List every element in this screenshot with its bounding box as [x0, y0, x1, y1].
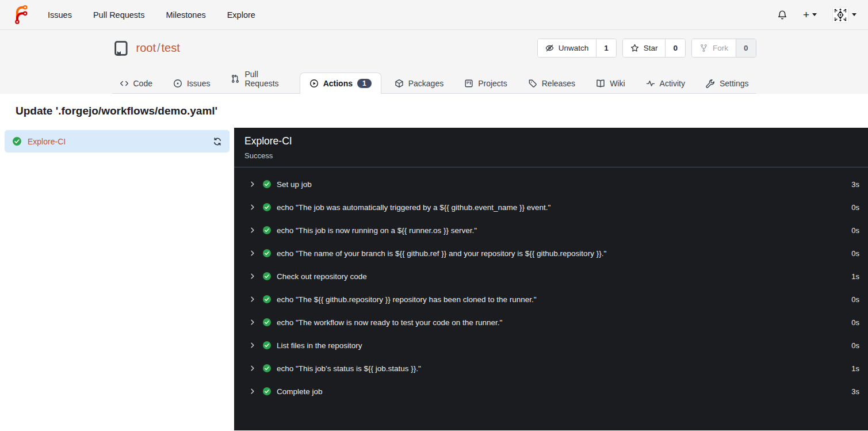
tab-actions[interactable]: Actions 1	[300, 73, 381, 94]
step-duration: 1s	[851, 364, 859, 373]
pulse-icon	[646, 79, 655, 88]
step-row[interactable]: Complete job 3s	[234, 380, 868, 403]
repo-action-buttons: Unwatch 1 Star 0	[537, 39, 756, 58]
step-duration: 1s	[851, 272, 859, 281]
top-navbar: Issues Pull Requests Milestones Explore …	[0, 0, 868, 30]
step-row[interactable]: echo "The ${{ github.repository }} repos…	[234, 288, 868, 311]
avatar	[832, 7, 848, 23]
navbar-links: Issues Pull Requests Milestones Explore	[48, 10, 255, 20]
step-name: echo "The workflow is now ready to test …	[277, 318, 502, 327]
job-item-explore-ci[interactable]: Explore-CI	[5, 130, 230, 152]
tools-icon	[706, 79, 715, 88]
check-circle-icon	[262, 341, 272, 350]
step-row[interactable]: echo "The workflow is now ready to test …	[234, 311, 868, 334]
job-status-text: Success	[244, 151, 858, 160]
star-icon	[630, 44, 639, 52]
tab-projects[interactable]: Projects	[457, 73, 515, 94]
repo-header: root/test Unwatch	[0, 30, 868, 94]
step-row[interactable]: echo "The name of your branch is ${{ git…	[234, 242, 868, 265]
repo-owner-link[interactable]: root	[136, 41, 156, 54]
step-name: echo "The name of your branch is ${{ git…	[277, 249, 606, 258]
code-icon	[120, 79, 129, 88]
tab-label: Wiki	[610, 79, 625, 88]
step-row[interactable]: echo "The job was automatically triggere…	[234, 196, 868, 219]
tab-releases[interactable]: Releases	[521, 73, 583, 94]
step-row[interactable]: Set up job 3s	[234, 173, 868, 196]
step-row[interactable]: echo "This job's status is ${{ job.statu…	[234, 357, 868, 380]
user-menu-button[interactable]	[832, 7, 856, 23]
check-circle-icon	[262, 295, 272, 304]
rerun-job-icon[interactable]	[213, 137, 222, 146]
tab-label: Code	[133, 79, 152, 88]
watch-button-group: Unwatch 1	[537, 39, 617, 58]
nav-link-explore[interactable]: Explore	[227, 10, 255, 20]
star-label: Star	[644, 44, 658, 52]
job-panel-header: Explore-CI Success	[234, 128, 868, 167]
tab-packages[interactable]: Packages	[387, 73, 451, 94]
fork-count: 0	[736, 39, 756, 57]
nav-link-milestones[interactable]: Milestones	[166, 10, 205, 20]
tab-activity[interactable]: Activity	[638, 73, 693, 94]
unwatch-button[interactable]: Unwatch	[538, 39, 596, 57]
step-duration: 0s	[851, 318, 859, 327]
chevron-right-icon	[249, 319, 256, 326]
git-pull-request-icon	[231, 74, 240, 83]
package-icon	[395, 79, 404, 88]
nav-link-pull-requests[interactable]: Pull Requests	[93, 10, 144, 20]
tab-label: Packages	[408, 79, 443, 88]
tag-icon	[528, 79, 537, 88]
book-icon	[596, 79, 605, 88]
panel-job-name: Explore-CI	[244, 135, 858, 147]
steps-list: Set up job 3s echo "The job was automati…	[234, 167, 868, 408]
repo-separator: /	[156, 41, 162, 54]
repo-book-icon	[112, 40, 129, 57]
star-button-group: Star 0	[622, 39, 686, 58]
check-circle-icon	[262, 318, 272, 327]
check-circle-icon	[262, 203, 272, 212]
unwatch-label: Unwatch	[559, 44, 589, 52]
chevron-right-icon	[249, 204, 256, 211]
step-row[interactable]: Check out repository code 1s	[234, 265, 868, 288]
check-circle-icon	[262, 180, 272, 189]
tab-label: Issues	[187, 79, 210, 88]
repo-title: root/test	[112, 40, 180, 57]
bell-icon	[777, 10, 787, 20]
repo-tabbar: Code Issues Pull Request	[112, 67, 756, 94]
caret-down-icon	[852, 13, 856, 16]
job-detail-panel: Explore-CI Success Set up job 3s echo "T…	[234, 128, 868, 430]
run-title: Update '.forgejo/workflows/demo.yaml'	[0, 94, 868, 128]
chevron-right-icon	[249, 227, 256, 234]
notifications-button[interactable]	[777, 10, 787, 20]
watch-count[interactable]: 1	[596, 39, 616, 57]
step-row[interactable]: echo "This job is now running on a ${{ r…	[234, 219, 868, 242]
step-duration: 3s	[851, 387, 859, 396]
tab-settings[interactable]: Settings	[698, 73, 756, 94]
chevron-right-icon	[249, 273, 256, 280]
step-row[interactable]: List files in the repository 0s	[234, 334, 868, 357]
fork-icon	[699, 44, 708, 52]
nav-link-issues[interactable]: Issues	[48, 10, 72, 20]
check-circle-icon	[12, 136, 22, 146]
actions-count-badge: 1	[357, 79, 372, 88]
check-circle-icon	[262, 272, 272, 281]
check-circle-icon	[262, 387, 272, 396]
tab-pull-requests[interactable]: Pull Requests	[223, 63, 293, 94]
step-name: Check out repository code	[277, 272, 367, 281]
tab-label: Actions	[323, 79, 353, 88]
forgejo-logo-icon[interactable]	[12, 5, 30, 24]
step-name: echo "This job's status is ${{ job.statu…	[277, 364, 421, 373]
chevron-right-icon	[249, 181, 256, 188]
tab-issues[interactable]: Issues	[166, 73, 217, 94]
step-name: List files in the repository	[277, 341, 362, 350]
tab-label: Activity	[660, 79, 685, 88]
navbar-right: +	[777, 7, 856, 23]
plus-icon: +	[803, 9, 809, 20]
tab-code[interactable]: Code	[112, 73, 160, 94]
tab-wiki[interactable]: Wiki	[588, 73, 632, 94]
star-button[interactable]: Star	[623, 39, 666, 57]
create-new-button[interactable]: +	[803, 9, 817, 20]
fork-label: Fork	[713, 44, 728, 52]
star-count[interactable]: 0	[665, 39, 685, 57]
repo-name-link[interactable]: test	[162, 41, 180, 54]
tab-label: Projects	[478, 79, 507, 88]
